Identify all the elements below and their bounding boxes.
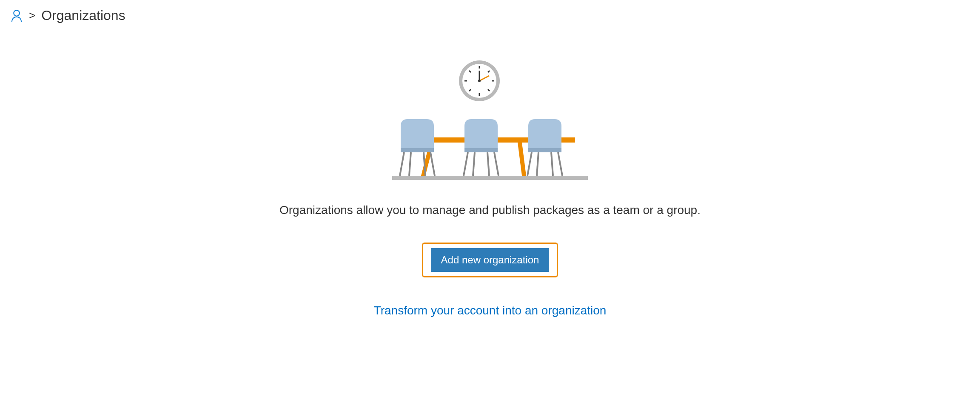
user-icon[interactable] [10, 9, 23, 23]
svg-line-26 [473, 152, 475, 176]
svg-rect-23 [464, 148, 498, 152]
svg-point-0 [14, 10, 20, 16]
svg-line-30 [558, 152, 562, 176]
svg-line-25 [494, 152, 499, 176]
svg-rect-1 [392, 176, 588, 180]
svg-line-19 [400, 152, 404, 176]
svg-line-27 [487, 152, 489, 176]
svg-point-14 [478, 80, 481, 82]
organizations-description: Organizations allow you to manage and pu… [279, 203, 701, 217]
svg-rect-18 [401, 148, 434, 152]
transform-account-link[interactable]: Transform your account into an organizat… [374, 304, 607, 317]
svg-line-29 [527, 152, 532, 176]
meeting-room-illustration [388, 59, 592, 182]
svg-line-32 [551, 152, 553, 176]
breadcrumb: > Organizations [0, 0, 980, 33]
add-organization-highlight-frame: Add new organization [422, 243, 558, 277]
breadcrumb-separator: > [29, 9, 35, 22]
svg-rect-28 [528, 148, 561, 152]
svg-line-31 [537, 152, 538, 176]
svg-line-24 [464, 152, 468, 176]
page-root: > Organizations [0, 0, 980, 414]
page-title: Organizations [41, 8, 125, 23]
add-new-organization-button[interactable]: Add new organization [431, 248, 550, 272]
svg-line-20 [430, 152, 435, 176]
svg-marker-17 [518, 143, 526, 176]
svg-line-21 [409, 152, 411, 176]
main-content: Organizations allow you to manage and pu… [0, 33, 980, 317]
